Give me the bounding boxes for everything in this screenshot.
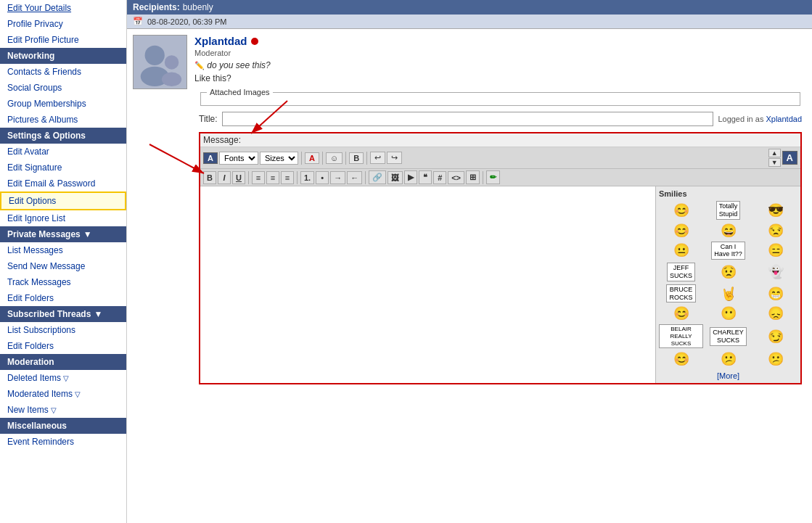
quote-btn[interactable]: ❝ [419,170,432,184]
smiley-label-jeff[interactable]: JEFFSUCKS [667,263,695,281]
bold-btn[interactable]: B [203,171,216,184]
smiley-sunglasses[interactable]: 😎 [768,202,784,218]
message-textarea[interactable] [200,186,655,364]
underline-btn[interactable]: U [232,171,245,184]
attached-images-legend: Attached Images [207,88,273,96]
smiley-ghost[interactable]: 👻 [768,264,784,280]
sidebar-item-new-items[interactable]: New Items ▽ [0,402,126,418]
sidebar-item-list-messages[interactable]: List Messages [0,242,126,258]
username-line: Xplantdad [194,35,806,47]
smiley-button[interactable]: ☺ [326,152,343,164]
indent-btn[interactable]: → [330,171,345,184]
sidebar-section-moderation: Moderation [0,354,126,370]
image-btn[interactable]: 🖼 [387,171,403,184]
sizes-select[interactable]: Sizes [260,152,298,165]
editor-toolbar-row1: A Fonts Sizes A ☺ B ↩ ↪ [200,147,800,169]
editor-toolbar-row2: B I U ≡ ≡ ≡ 1. • → ← 🔗 🖼 ▶ ❝ [200,169,800,186]
smilies-more-link[interactable]: [More] [659,371,797,380]
italic-btn[interactable]: I [218,171,231,184]
font-color-button[interactable]: A [305,152,319,164]
smiley-1[interactable]: 😊 [673,202,689,218]
sidebar-item-pictures-albums[interactable]: Pictures & Albums [0,112,126,128]
sidebar-item-track-messages[interactable]: Track Messages [0,274,126,290]
sidebar-section-pm: Private Messages ▼ [0,226,126,242]
attached-images-fieldset: Attached Images [200,88,800,106]
smiley-rock[interactable]: 🤘 [721,286,737,302]
sidebar-item-send-new-message[interactable]: Send New Message [0,258,126,274]
sidebar-item-list-subscriptions[interactable]: List Subscriptions [0,322,126,338]
smiley-14[interactable]: 😕 [721,351,737,367]
font-size-large-btn[interactable]: A [782,151,797,165]
smiley-8[interactable]: 😁 [768,286,784,302]
smiley-label-belair[interactable]: BELAIRREALLY SUCKS [659,324,703,348]
logged-in-text: Logged in as Xplantdad [718,115,802,123]
eraser-btn[interactable]: ✏ [486,170,500,184]
smiley-6[interactable]: 😑 [768,242,784,258]
smiley-10[interactable]: 😶 [721,305,737,321]
toolbar-sep-1 [301,152,302,165]
smiley-2[interactable]: 😊 [673,223,689,239]
unordered-list-btn[interactable]: • [316,171,329,184]
sidebar-item-event-reminders[interactable]: Event Reminders [0,434,126,450]
scroll-down-btn[interactable]: ▼ [768,158,781,167]
smiley-5[interactable]: 😐 [673,242,689,258]
smiley-label-totally-stupid[interactable]: TotallyStupid [716,201,741,220]
sidebar-item-edit-avatar[interactable]: Edit Avatar [0,144,126,160]
code-btn[interactable]: <> [448,171,464,184]
smiley-9[interactable]: 😊 [673,305,689,321]
username-link[interactable]: Xplantdad [194,35,247,47]
sidebar-item-edit-profile-picture[interactable]: Edit Profile Picture [0,32,126,48]
smiley-12[interactable]: 😏 [768,329,784,345]
align-right-btn[interactable]: ≡ [281,171,294,184]
sidebar-item-deleted-items[interactable]: Deleted Items ▽ [0,370,126,386]
user-title: Moderator [194,49,806,57]
bold-format-btn[interactable]: B [349,152,364,164]
sidebar-item-edit-folders[interactable]: Edit Folders [0,290,126,306]
sidebar-item-edit-ignore-list[interactable]: Edit Ignore List [0,210,126,226]
recipients-bar: Recipients: bubenly [127,0,812,15]
smiley-7[interactable]: 😟 [721,264,737,280]
sidebar-item-edit-options[interactable]: Edit Options [1,193,125,209]
undo-button[interactable]: ↩ [370,152,385,164]
sidebar-item-social-groups[interactable]: Social Groups [0,80,126,96]
sidebar-item-edit-your-details[interactable]: Edit Your Details [0,0,126,16]
align-left-btn[interactable]: ≡ [252,171,265,184]
sidebar-item-edit-signature[interactable]: Edit Signature [0,160,126,176]
post-message: ✏️ do you see this? [194,60,806,70]
logged-in-user-link[interactable]: Xplantdad [766,115,802,123]
arrow-down-icon-sub: ▼ [94,309,102,319]
smiley-label-can-i[interactable]: Can IHave It?? [711,242,745,260]
fonts-select[interactable]: Fonts [219,152,258,165]
sidebar-section-networking: Networking [0,48,126,64]
sidebar-item-moderated-items[interactable]: Moderated Items ▽ [0,386,126,402]
smiley-label-charley[interactable]: CHARLEYSUCKS [710,327,747,346]
sidebar-item-group-memberships[interactable]: Group Memberships [0,96,126,112]
recipients-label: Recipients: [133,2,180,12]
sidebar-item-contacts-friends[interactable]: Contacts & Friends [0,64,126,80]
align-center-btn[interactable]: ≡ [266,171,279,184]
scroll-up-btn[interactable]: ▲ [768,149,781,157]
toolbar-sep-5 [248,171,249,184]
outdent-btn[interactable]: ← [347,171,362,184]
video-btn[interactable]: ▶ [404,170,417,184]
font-a-button[interactable]: A [203,152,218,164]
smiley-15[interactable]: 😕 [768,351,784,367]
smiley-3[interactable]: 😄 [721,223,737,239]
sidebar-item-edit-folders-sub[interactable]: Edit Folders [0,338,126,354]
toolbar-sep-4 [366,152,367,165]
svg-point-3 [165,55,179,69]
avatar-box [133,35,187,387]
redo-button[interactable]: ↪ [387,152,402,164]
smiley-label-bruce[interactable]: BRUCEROCKS [666,284,695,303]
smiley-13[interactable]: 😊 [673,351,689,367]
table-btn[interactable]: ⊞ [466,170,480,184]
hashtag-btn[interactable]: # [433,171,446,184]
title-input[interactable] [222,112,714,126]
ordered-list-btn[interactable]: 1. [300,171,314,184]
sidebar-section-subscribed: Subscribed Threads ▼ [0,306,126,322]
sidebar-item-edit-email-password[interactable]: Edit Email & Password [0,176,126,192]
smiley-4[interactable]: 😒 [768,223,784,239]
link-btn[interactable]: 🔗 [369,170,386,184]
sidebar-item-profile-privacy[interactable]: Profile Privacy [0,16,126,32]
smiley-11[interactable]: 😞 [768,305,784,321]
